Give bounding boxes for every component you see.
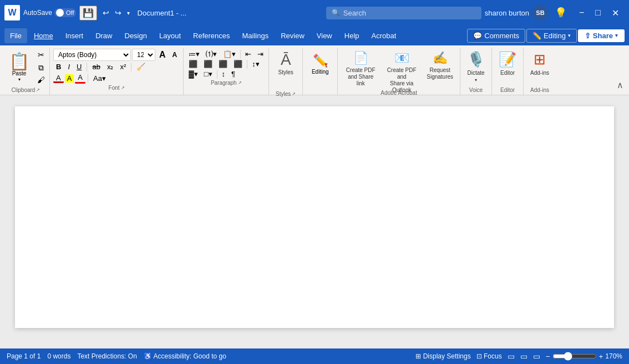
- decrease-indent-button[interactable]: ⇤: [242, 49, 254, 59]
- focus-button[interactable]: ⊡ Focus: [476, 352, 502, 360]
- menu-item-design[interactable]: Design: [119, 28, 153, 43]
- menu-item-mailings[interactable]: Mailings: [237, 28, 275, 43]
- display-settings-button[interactable]: ⊞ Display Settings: [415, 352, 470, 360]
- shading-button[interactable]: ▓▾: [186, 69, 200, 79]
- menu-item-home[interactable]: Home: [28, 28, 59, 43]
- copy-button[interactable]: ⧉: [35, 63, 47, 73]
- font-selector[interactable]: Aptos (Body): [53, 49, 131, 61]
- search-input[interactable]: [343, 9, 454, 17]
- share-chevron-icon: ▾: [615, 33, 618, 38]
- undo-button[interactable]: ↩: [100, 7, 111, 18]
- numbering-button[interactable]: ⑴▾: [203, 49, 220, 59]
- editing-mode-button[interactable]: ✏️ Editing ▾: [526, 29, 577, 43]
- create-pdf-outlook-button[interactable]: 📧 Create PDF andShare via Outlook: [382, 49, 421, 89]
- paste-button[interactable]: 📋 Paste ▾: [4, 49, 34, 86]
- document-area: [0, 95, 629, 348]
- align-right-button[interactable]: ⬛: [216, 59, 230, 69]
- comments-button[interactable]: 💬 Comments: [467, 29, 525, 43]
- view-scroll-button[interactable]: ▭: [533, 352, 540, 361]
- menu-item-insert[interactable]: Insert: [60, 28, 89, 43]
- multilevel-list-button[interactable]: 📋▾: [220, 49, 239, 59]
- subscript-button[interactable]: x₂: [104, 62, 116, 71]
- request-signatures-button[interactable]: ✍️ RequestSignatures: [423, 49, 456, 89]
- editor-label: Editor: [500, 86, 515, 95]
- font-group: Aptos (Body) 12 A A B I U ab x₂ x² 🧹 A A…: [50, 48, 184, 95]
- text-color-button[interactable]: A: [75, 73, 85, 84]
- align-center-button[interactable]: ⬛: [201, 59, 215, 69]
- bullets-button[interactable]: ≔▾: [186, 49, 202, 59]
- redo-button[interactable]: ↪: [113, 7, 124, 18]
- view-pages-button[interactable]: ▭: [520, 352, 527, 361]
- menu-item-review[interactable]: Review: [275, 28, 310, 43]
- superscript-button[interactable]: x²: [117, 62, 129, 71]
- add-ins-icon: ⊞: [534, 51, 546, 68]
- view-single-page-button[interactable]: ▭: [508, 352, 515, 361]
- shrink-font-button[interactable]: A: [170, 50, 180, 59]
- add-ins-button[interactable]: ⊞ Add-ins: [526, 49, 554, 86]
- line-spacing-button[interactable]: ↕▾: [249, 59, 262, 69]
- lightbulb-icon[interactable]: 💡: [551, 6, 570, 20]
- search-bar[interactable]: 🔍: [326, 7, 481, 19]
- underline-button[interactable]: U: [74, 62, 84, 71]
- zoom-out-button[interactable]: −: [546, 352, 550, 361]
- menu-item-help[interactable]: Help: [339, 28, 365, 43]
- font-expand-icon[interactable]: ↗: [121, 85, 125, 90]
- search-icon: 🔍: [332, 9, 340, 17]
- autosave-toggle[interactable]: Off: [54, 8, 75, 17]
- editing-group: ✏️ ▼ Editing x: [303, 48, 338, 95]
- acrobat-group: 📄 Create PDFand Share link 📧 Create PDF …: [338, 48, 460, 95]
- editing-ribbon-button[interactable]: ✏️ ▼ Editing: [306, 50, 334, 86]
- ribbon-collapse-button[interactable]: ∧: [616, 79, 625, 91]
- borders-button[interactable]: □▾: [201, 69, 215, 79]
- share-button[interactable]: ⇧ Share ▾: [578, 29, 625, 42]
- font-size-selector[interactable]: 12: [132, 49, 155, 61]
- accessibility-status[interactable]: ♿ Accessibility: Good to go: [144, 352, 226, 360]
- sort-button[interactable]: ↕: [219, 69, 229, 79]
- italic-button[interactable]: I: [65, 62, 73, 71]
- strikethrough-button[interactable]: ab: [89, 62, 103, 71]
- font-color-button[interactable]: A: [53, 73, 64, 83]
- close-button[interactable]: ✕: [606, 7, 625, 19]
- zoom-slider[interactable]: [552, 352, 597, 361]
- paragraph-expand-icon[interactable]: ↗: [238, 80, 242, 85]
- create-pdf-share-button[interactable]: 📄 Create PDFand Share link: [341, 49, 380, 89]
- addins-label: Add-ins: [530, 86, 549, 95]
- change-case-button[interactable]: Aa▾: [90, 74, 109, 83]
- clipboard-expand-icon[interactable]: ↗: [36, 88, 40, 93]
- document-title: Document1 - ...: [135, 9, 323, 17]
- align-left-button[interactable]: ⬛: [186, 59, 200, 69]
- grow-font-button[interactable]: A: [156, 49, 169, 60]
- menu-item-view[interactable]: View: [311, 28, 338, 43]
- clear-format-button[interactable]: 🧹: [134, 62, 148, 71]
- cut-button[interactable]: ✂: [35, 50, 47, 60]
- page-info: Page 1 of 1: [7, 352, 40, 360]
- styles-button[interactable]: Ā Styles: [273, 50, 298, 90]
- maximize-button[interactable]: □: [590, 7, 606, 19]
- menu-item-acrobat[interactable]: Acrobat: [366, 28, 402, 43]
- minimize-button[interactable]: −: [574, 7, 590, 19]
- menu-item-references[interactable]: References: [187, 28, 235, 43]
- styles-expand-icon[interactable]: ↗: [292, 91, 296, 96]
- justify-button[interactable]: ⬛: [231, 59, 245, 69]
- undo-redo-dropdown[interactable]: ▾: [125, 9, 132, 17]
- zoom-in-button[interactable]: +: [599, 352, 603, 361]
- zoom-level[interactable]: 170%: [605, 352, 622, 360]
- editor-icon: 📝: [499, 51, 516, 68]
- save-button[interactable]: 💾: [79, 6, 97, 20]
- menu-item-layout[interactable]: Layout: [154, 28, 186, 43]
- menu-item-file[interactable]: File: [4, 28, 27, 43]
- format-painter-button[interactable]: 🖌: [35, 75, 47, 85]
- document-page[interactable]: [15, 106, 614, 328]
- dictate-button[interactable]: 🎙️ Dictate ▾: [463, 49, 489, 86]
- editor-button[interactable]: 📝 Editor: [494, 49, 521, 86]
- bold-button[interactable]: B: [53, 62, 64, 71]
- highlight-button[interactable]: A: [65, 74, 74, 83]
- show-paragraph-button[interactable]: ¶: [229, 69, 238, 79]
- menu-item-draw[interactable]: Draw: [90, 28, 118, 43]
- increase-indent-button[interactable]: ⇥: [255, 49, 266, 59]
- menu-bar: File Home Insert Draw Design Layout Refe…: [0, 25, 629, 45]
- editing-ribbon-icon: ✏️ ▼: [313, 52, 328, 68]
- username: sharon burton: [485, 9, 529, 17]
- voice-label: Voice: [469, 86, 483, 95]
- text-predictions[interactable]: Text Predictions: On: [77, 352, 136, 360]
